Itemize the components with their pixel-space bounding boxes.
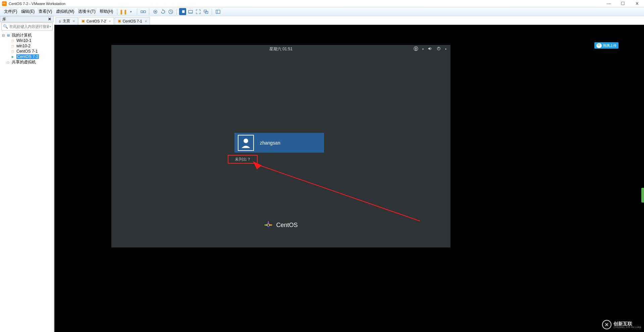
expander-icon	[2, 60, 5, 64]
send-cad-button[interactable]	[140, 8, 147, 15]
gnome-status-area[interactable]: ▾ ▾	[414, 46, 446, 52]
tree-vm-win10-1[interactable]: Win10-1	[0, 38, 53, 43]
tree-root-mycomputer[interactable]: ⊟ 🖥 我的计算机	[0, 33, 53, 38]
tab-centos72[interactable]: ▣ CentOS 7-2 ×	[78, 17, 114, 24]
unity-icon	[203, 9, 209, 14]
vm-icon: ▣	[82, 19, 85, 23]
tree-label: Win10-1	[16, 38, 32, 43]
not-listed-button[interactable]: 未列出？	[228, 155, 258, 164]
minimize-button[interactable]: —	[604, 1, 614, 6]
not-listed-label: 未列出？	[235, 157, 251, 162]
search-input[interactable]	[9, 24, 49, 29]
window-title: CentOS 7-2 - VMware Workstation	[9, 2, 65, 6]
vmware-icon	[2, 1, 7, 6]
chevron-down-icon[interactable]: ▾	[422, 48, 424, 51]
svg-rect-21	[269, 224, 272, 225]
search-dropdown-icon[interactable]: ▾	[50, 25, 51, 28]
gnome-top-bar: 星期六 01:51 ▾ ▾	[111, 45, 450, 53]
svg-rect-23	[265, 224, 268, 225]
watermark-icon: ✕	[602, 320, 611, 329]
tree-vm-centos71[interactable]: CentOS 7-1	[0, 49, 53, 54]
library-header: 库 ✕	[0, 16, 54, 22]
close-button[interactable]: ✕	[632, 1, 642, 6]
view-fullscreen-button[interactable]	[195, 8, 202, 15]
tree-vm-win10-2[interactable]: win10-2	[0, 43, 53, 49]
upload-badge-label: 拖拽上传	[603, 43, 616, 48]
username-label: zhangsan	[260, 140, 280, 146]
snapshot-button[interactable]	[152, 8, 159, 15]
vm-display-area[interactable]: 星期六 01:51 ▾ ▾ zhangsan	[54, 25, 644, 332]
library-search[interactable]: 🔍 ▾	[1, 22, 53, 31]
power-icon[interactable]	[436, 46, 441, 52]
separator	[176, 9, 177, 15]
svg-point-3	[155, 11, 156, 12]
tab-close-button[interactable]: ×	[73, 19, 75, 23]
tree-label: win10-2	[16, 44, 31, 48]
snapshot-revert-button[interactable]	[159, 8, 166, 15]
menu-view[interactable]: 查看(V)	[37, 9, 54, 14]
snapshot-icon	[153, 9, 158, 14]
centos-brand: CentOS	[111, 221, 450, 229]
view-unity-button[interactable]	[202, 8, 209, 15]
expander-icon[interactable]: ⊟	[2, 34, 5, 37]
svg-rect-20	[268, 221, 269, 225]
snapshot-manager-button[interactable]	[167, 8, 174, 15]
tree-vm-centos72[interactable]: CentOS 7-2	[0, 54, 53, 59]
watermark-text: 创新互联	[613, 321, 641, 326]
tab-centos71[interactable]: ▣ CentOS 7-1 ×	[115, 17, 150, 24]
tab-bar: ⌂ 主页 × ▣ CentOS 7-2 × ▣ CentOS 7-1 ×	[54, 16, 644, 25]
power-dropdown[interactable]: ▾	[127, 8, 135, 15]
library-close-button[interactable]: ✕	[48, 17, 51, 21]
chevron-down-icon[interactable]: ▾	[445, 48, 446, 51]
tab-label: 主页	[63, 18, 70, 23]
pause-button[interactable]: ❚❚	[120, 8, 127, 15]
revert-icon	[160, 9, 166, 14]
tab-close-button[interactable]: ×	[109, 19, 111, 23]
menubar: 文件(F) 编辑(E) 查看(V) 虚拟机(M) 选项卡(T) 帮助(H) ❚❚…	[0, 7, 644, 16]
view-fit-button[interactable]	[187, 8, 194, 15]
tree-label: 我的计算机	[12, 33, 32, 38]
centos-brand-text: CentOS	[276, 222, 298, 229]
separator	[117, 9, 117, 15]
login-user-tile[interactable]: zhangsan	[234, 133, 324, 153]
fit-icon	[188, 9, 193, 14]
library-title: 库	[2, 17, 6, 22]
guest-screen[interactable]: 星期六 01:51 ▾ ▾ zhangsan	[111, 45, 450, 247]
fullscreen-icon	[196, 9, 201, 14]
home-icon: ⌂	[59, 19, 61, 23]
library-icon	[215, 9, 221, 14]
svg-line-18	[256, 164, 420, 221]
menu-file[interactable]: 文件(F)	[2, 9, 19, 14]
maximize-button[interactable]: ☐	[618, 1, 628, 6]
tab-close-button[interactable]: ×	[145, 19, 147, 23]
right-edge-handle[interactable]	[641, 188, 644, 203]
svg-rect-0	[141, 11, 143, 13]
separator	[149, 9, 149, 15]
svg-point-17	[244, 139, 248, 143]
computer-icon: 🖥	[5, 33, 11, 38]
cloud-icon	[596, 43, 602, 48]
menu-edit[interactable]: 编辑(E)	[19, 9, 37, 14]
clock-label: 星期六 01:51	[269, 46, 292, 52]
upload-badge-button[interactable]: 拖拽上传	[594, 42, 619, 49]
menu-vm[interactable]: 虚拟机(M)	[54, 9, 76, 14]
svg-rect-6	[181, 10, 182, 13]
volume-icon[interactable]	[428, 46, 432, 52]
accessibility-icon[interactable]	[414, 46, 418, 52]
tab-home[interactable]: ⌂ 主页 ×	[56, 17, 78, 24]
tree-shared-vms[interactable]: 共享的虚拟机	[0, 59, 53, 65]
tree-label: 共享的虚拟机	[12, 59, 36, 65]
svg-rect-1	[144, 11, 146, 13]
tab-label: CentOS 7-1	[123, 19, 142, 23]
console-icon	[180, 9, 185, 14]
menu-tabs[interactable]: 选项卡(T)	[76, 9, 97, 14]
library-toggle-button[interactable]	[214, 8, 221, 15]
menu-help[interactable]: 帮助(H)	[98, 9, 115, 14]
toolbar-power-group: ❚❚ ▾	[119, 8, 135, 15]
vm-off-icon	[10, 38, 15, 43]
svg-rect-11	[216, 10, 220, 13]
view-console-button[interactable]	[179, 8, 186, 15]
watermark-subtext: CHUANG XIN HU LIAN	[613, 326, 641, 328]
window-controls: — ☐ ✕	[604, 1, 642, 6]
vm-on-icon	[10, 54, 15, 59]
